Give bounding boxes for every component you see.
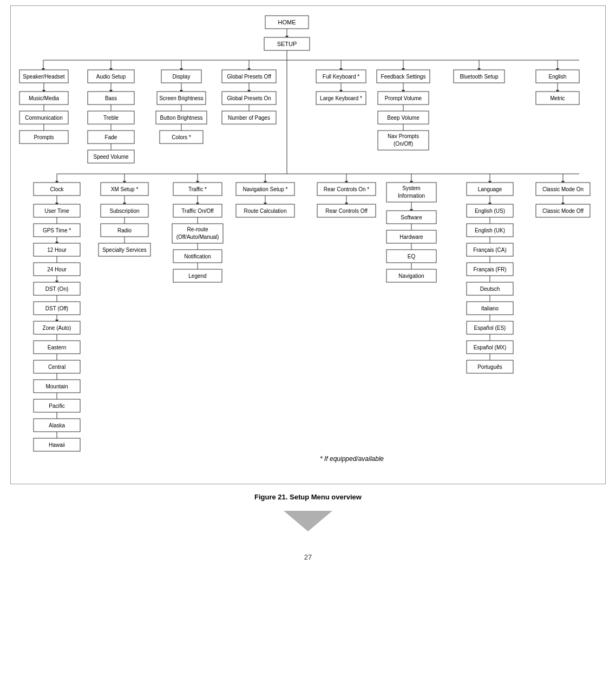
- svg-text:24 Hour: 24 Hour: [47, 266, 67, 272]
- svg-text:Eastern: Eastern: [48, 344, 66, 350]
- svg-text:Display: Display: [173, 74, 191, 80]
- node-route-calculation: Route Calculation: [236, 204, 294, 217]
- node-traffic: Traffic *: [173, 183, 222, 196]
- svg-text:SETUP: SETUP: [277, 41, 297, 47]
- svg-text:Global Presets Off: Global Presets Off: [227, 74, 271, 80]
- node-bluetooth-setup: Bluetooth Setup: [454, 70, 504, 83]
- node-clock: Clock: [34, 183, 80, 196]
- node-espanol-es: Español (ES): [467, 321, 513, 334]
- diagram-area: HOME SETUP: [10, 5, 606, 484]
- svg-text:Italiano: Italiano: [481, 306, 499, 311]
- svg-text:Traffic On/Off: Traffic On/Off: [181, 208, 213, 214]
- chevron-icon: [284, 511, 332, 531]
- node-global-presets-on: Global Presets On: [222, 92, 276, 105]
- svg-text:Alaska: Alaska: [49, 422, 65, 428]
- svg-text:Classic Mode Off: Classic Mode Off: [542, 208, 584, 214]
- node-rear-controls-off: Rear Controls Off: [317, 204, 376, 217]
- svg-text:Hawaii: Hawaii: [49, 442, 65, 448]
- node-dst-on: DST (On): [34, 282, 80, 295]
- node-beep-volume: Beep Volume: [378, 111, 429, 124]
- node-full-keyboard: Full Keyboard *: [316, 70, 366, 83]
- svg-text:English: English: [549, 74, 567, 80]
- node-english-uk: English (UK): [467, 224, 513, 237]
- svg-text:Français (FR): Français (FR): [473, 266, 506, 272]
- svg-text:(On/Off): (On/Off): [394, 141, 413, 147]
- node-radio: Radio: [101, 224, 148, 237]
- node-prompts: Prompts: [19, 131, 68, 144]
- svg-text:Traffic *: Traffic *: [188, 186, 207, 192]
- svg-text:Feedback Settings: Feedback Settings: [381, 74, 426, 80]
- footnote-text: * If equipped/available: [320, 455, 384, 463]
- svg-text:Music/Media: Music/Media: [29, 95, 60, 101]
- node-large-keyboard: Large Keyboard *: [316, 92, 366, 105]
- node-global-presets-off: Global Presets Off: [222, 70, 276, 83]
- svg-text:Bass: Bass: [105, 95, 117, 101]
- node-francais-fr: Français (FR): [467, 263, 513, 276]
- svg-text:Speaker/Headset: Speaker/Headset: [23, 74, 64, 80]
- node-central: Central: [34, 360, 80, 373]
- node-metric: Metric: [536, 92, 579, 105]
- node-feedback-settings: Feedback Settings: [377, 70, 430, 83]
- node-nav-prompts: Nav Prompts (On/Off): [378, 131, 429, 150]
- svg-text:English (UK): English (UK): [475, 227, 505, 233]
- node-english-us: English (US): [467, 204, 513, 217]
- node-music-media: Music/Media: [19, 92, 68, 105]
- node-eq: EQ: [386, 250, 436, 263]
- node-button-brightness: Button Brightness: [156, 111, 207, 124]
- svg-text:Large Keyboard *: Large Keyboard *: [320, 95, 362, 101]
- svg-text:Route Calculation: Route Calculation: [244, 208, 287, 214]
- svg-text:English (US): English (US): [475, 208, 505, 214]
- node-zone-auto: Zone (Auto): [34, 321, 80, 334]
- node-traffic-on-off: Traffic On/Off: [173, 204, 222, 217]
- node-speaker-headset: Speaker/Headset: [19, 70, 68, 83]
- node-deutsch: Deutsch: [467, 282, 513, 295]
- node-user-time: User Time: [34, 204, 80, 217]
- svg-text:Information: Information: [398, 193, 425, 199]
- svg-text:DST (On): DST (On): [45, 286, 69, 292]
- node-rear-controls-on: Rear Controls On *: [317, 183, 376, 196]
- node-system-information: System Information: [386, 183, 436, 202]
- svg-text:Navigation Setup *: Navigation Setup *: [243, 186, 288, 192]
- svg-text:Software: Software: [401, 214, 422, 220]
- node-gps-time: GPS Time *: [34, 224, 80, 237]
- node-colors: Colors *: [160, 131, 203, 144]
- svg-text:Language: Language: [478, 186, 502, 192]
- node-espanol-mx: Español (MX): [467, 341, 513, 354]
- footer-area: Figure 21. Setup Menu overview 27: [0, 490, 616, 689]
- node-number-of-pages: Number of Pages: [222, 111, 276, 124]
- chevron-area: [284, 511, 332, 531]
- svg-text:Specialty Services: Specialty Services: [102, 247, 147, 253]
- svg-text:Beep Volume: Beep Volume: [387, 115, 420, 121]
- node-subscription: Subscription: [101, 204, 148, 217]
- page-container: HOME SETUP: [0, 0, 616, 689]
- svg-text:Mountain: Mountain: [45, 384, 68, 389]
- node-screen-brightness: Screen Brightness: [157, 92, 206, 105]
- svg-text:XM Setup *: XM Setup *: [111, 186, 139, 192]
- svg-text:Nav Prompts: Nav Prompts: [388, 133, 419, 139]
- node-specialty-services: Specialty Services: [99, 243, 150, 256]
- node-prompt-volume: Prompt Volume: [378, 92, 429, 105]
- node-speed-volume: Speed Volume: [88, 150, 134, 163]
- node-bass: Bass: [88, 92, 134, 105]
- node-portugues: Português: [467, 360, 513, 373]
- node-communication: Communication: [19, 111, 68, 124]
- svg-text:Rear Controls Off: Rear Controls Off: [325, 208, 368, 214]
- node-english: English: [536, 70, 579, 83]
- node-fade: Fade: [88, 131, 134, 144]
- svg-text:Português: Português: [477, 364, 502, 370]
- svg-text:Notification: Notification: [184, 253, 211, 259]
- node-pacific: Pacific: [34, 399, 80, 412]
- svg-text:Subscription: Subscription: [109, 208, 139, 214]
- svg-text:12 Hour: 12 Hour: [47, 247, 67, 253]
- node-hawaii: Hawaii: [34, 438, 80, 451]
- svg-text:Español (MX): Español (MX): [474, 344, 507, 350]
- svg-text:Français (CA): Français (CA): [473, 247, 507, 253]
- svg-text:Global Presets On: Global Presets On: [227, 95, 271, 101]
- svg-text:Legend: Legend: [188, 273, 206, 279]
- svg-text:Re-route: Re-route: [187, 226, 208, 232]
- node-treble: Treble: [88, 111, 134, 124]
- svg-text:Pacific: Pacific: [49, 403, 64, 409]
- page-number: 27: [304, 553, 312, 561]
- svg-text:(Off/Auto/Manual): (Off/Auto/Manual): [176, 234, 219, 240]
- node-audio-setup: Audio Setup: [88, 70, 134, 83]
